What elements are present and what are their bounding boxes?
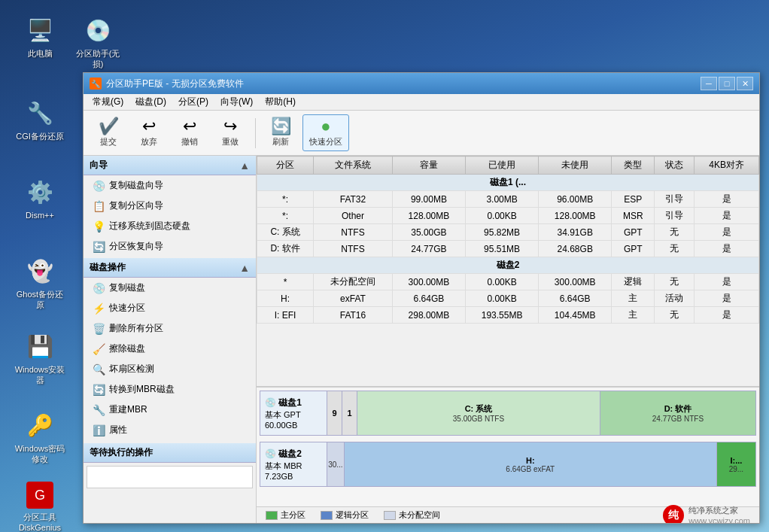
sidebar-item-properties[interactable]: ℹ️ 属性 — [84, 420, 256, 440]
disk2-info[interactable]: 💿 磁盘2 基本 MBR 7.23GB — [260, 442, 327, 487]
menu-item-help[interactable]: 帮助(H) — [259, 94, 302, 110]
table-row[interactable]: * 未分配空间 300.00MB 0.00KB 300.00MB 逻辑 无 是 — [257, 274, 759, 290]
sidebar-item-copy-partition[interactable]: 📋 复制分区向导 — [84, 196, 256, 216]
free-cell: 300.00MB — [539, 274, 612, 290]
sidebar-item-convert-mbr[interactable]: 🔄 转换到MBR磁盘 — [84, 379, 256, 400]
redo-button[interactable]: ↪ 重做 — [211, 114, 249, 151]
menu-item-wizard[interactable]: 向导(W) — [214, 94, 259, 110]
table-row[interactable]: I: EFI FAT16 298.00MB 193.55MB 104.45MB … — [257, 307, 759, 324]
maximize-button[interactable]: □ — [719, 77, 735, 90]
legend-primary-color — [266, 511, 278, 520]
disk1-seg-msr[interactable]: 1 — [342, 391, 357, 435]
legend-bar: 主分区 逻辑分区 未分配空间 纯 纯净系统之家 www.ycwjzy.com — [257, 506, 759, 523]
disk1-seg-system[interactable]: C: 系统 35.00GB NTFS — [357, 391, 600, 435]
disk1-info[interactable]: 💿 磁盘1 基本 GPT 60.00GB — [260, 391, 327, 436]
menu-item-partition[interactable]: 分区(P) — [172, 94, 214, 110]
align-cell: 是 — [695, 191, 759, 208]
disk-vis-area: 💿 磁盘1 基本 GPT 60.00GB 9 1 — [257, 386, 759, 506]
my-computer-icon: 🖥️ — [25, 15, 55, 45]
col-partition: 分区 — [257, 157, 314, 175]
disk1-seg-esp[interactable]: 9 — [327, 391, 342, 435]
undo-button[interactable]: ↩ 撤销 — [171, 114, 208, 151]
legend-unalloc-color — [384, 511, 396, 520]
copy-partition-icon: 📋 — [93, 200, 105, 212]
free-cell: 6.64GB — [539, 290, 612, 307]
disk1-seg-software[interactable]: D: 软件 24.77GB NTFS — [600, 391, 755, 435]
minimize-button[interactable]: ─ — [701, 77, 717, 90]
type-cell: 主 — [612, 290, 655, 307]
align-cell: 是 — [695, 307, 759, 324]
partition-cell: D: 软件 — [257, 241, 314, 257]
sidebar-item-copy-disk[interactable]: 💿 复制磁盘向导 — [84, 175, 256, 196]
table-row[interactable]: *: FAT32 99.00MB 3.00MB 96.00MB ESP 引导 是 — [257, 191, 759, 208]
partition-cell: I: EFI — [257, 307, 314, 324]
menu-item-general[interactable]: 常规(G) — [87, 94, 129, 110]
legend-unalloc-label: 未分配空间 — [399, 509, 440, 521]
table-row[interactable]: *: Other 128.00MB 0.00KB 128.00MB MSR 引导… — [257, 208, 759, 224]
disk2-seg-i[interactable]: I:... 29... — [717, 442, 755, 486]
desktop-icon-windows-installer[interactable]: 💾 Windows安装器 — [14, 331, 66, 386]
used-cell: 0.00KB — [466, 290, 539, 307]
migrate-ssd-icon: 💡 — [93, 220, 105, 233]
dism-label: Dism++ — [26, 210, 54, 220]
restore-partition-icon: 🔄 — [93, 241, 105, 253]
desktop-icon-ghost[interactable]: 👻 Ghost备份还原 — [14, 256, 66, 311]
sidebar-item-delete-all[interactable]: 🗑️ 删除所有分区 — [84, 318, 256, 339]
wizard-section-header: 向导 ▲ — [84, 156, 256, 175]
sidebar-item-bad-sector[interactable]: 🔍 坏扇区检测 — [84, 359, 256, 379]
disk-ops-section-header: 磁盘操作 ▲ — [84, 258, 256, 278]
fs-cell: 未分配空间 — [314, 274, 393, 290]
sidebar-item-migrate-ssd[interactable]: 💡 迁移系统到固态硬盘 — [84, 216, 256, 236]
desktop-icon-my-computer[interactable]: 🖥️ 此电脑 — [14, 15, 66, 59]
disk2-seg-h[interactable]: H: 6.64GB exFAT — [345, 442, 717, 486]
status-cell: 无 — [655, 224, 695, 241]
close-button[interactable]: ✕ — [737, 77, 753, 90]
sidebar-item-restore-partition[interactable]: 🔄 分区恢复向导 — [84, 236, 256, 257]
sidebar-item-rebuild-mbr[interactable]: 🔧 重建MBR — [84, 400, 256, 420]
menu-item-disk[interactable]: 磁盘(D) — [129, 94, 172, 110]
disk2-type: 基本 MBR — [265, 461, 322, 472]
main-panel: 分区 文件系统 容量 已使用 未使用 类型 状态 4KB对齐 — [257, 156, 759, 523]
wizard-collapse-btn[interactable]: ▲ — [239, 160, 250, 172]
discard-button[interactable]: ↩ 放弃 — [130, 114, 168, 151]
watermark-logo: 纯 纯净系统之家 www.ycwjzy.com — [663, 505, 750, 524]
partition-table: 分区 文件系统 容量 已使用 未使用 类型 状态 4KB对齐 — [257, 156, 759, 324]
sidebar-item-wipe-disk[interactable]: 🧹 擦除磁盘 — [84, 339, 256, 359]
table-row[interactable]: C: 系统 NTFS 35.00GB 95.82MB 34.91GB GPT 无… — [257, 224, 759, 241]
bad-sector-icon: 🔍 — [93, 363, 105, 375]
sidebar-item-quick-partition-op[interactable]: ⚡ 快速分区 — [84, 298, 256, 318]
quick-partition-button[interactable]: ● 快速分区 — [302, 114, 349, 151]
windows-pw-label: Windows密码修改 — [14, 443, 66, 465]
copy-disk-label: 复制磁盘向导 — [109, 179, 163, 192]
sidebar-item-copy-disk-op[interactable]: 💿 复制磁盘 — [84, 278, 256, 298]
desktop-icon-diskgenius[interactable]: G 分区工具DiskGenius — [14, 482, 66, 532]
col-capacity: 容量 — [392, 157, 465, 175]
type-cell: ESP — [612, 191, 655, 208]
window-title: 分区助手PE版 - 无损分区免费软件 — [106, 78, 696, 90]
discard-label: 放弃 — [141, 136, 157, 147]
submit-button[interactable]: ✔️ 提交 — [90, 114, 127, 151]
type-cell: GPT — [612, 241, 655, 257]
disk-ops-section-title: 磁盘操作 — [90, 261, 126, 274]
disk-ops-collapse-btn[interactable]: ▲ — [239, 262, 250, 274]
copy-disk-op-icon: 💿 — [93, 282, 105, 294]
disk1-name: 💿 磁盘1 — [265, 397, 322, 409]
desktop-icon-cgi[interactable]: 🔧 CGI备份还原 — [14, 98, 66, 141]
disk1-type: 基本 GPT — [265, 409, 322, 421]
title-bar: 🔧 分区助手PE版 - 无损分区免费软件 ─ □ ✕ — [84, 73, 759, 94]
desktop-icon-dism[interactable]: ⚙️ Dism++ — [14, 177, 66, 220]
table-row[interactable]: H: exFAT 6.64GB 0.00KB 6.64GB 主 活动 是 — [257, 290, 759, 307]
col-free: 未使用 — [539, 157, 612, 175]
desktop-icon-windows-pw[interactable]: 🔑 Windows密码修改 — [14, 410, 66, 465]
ghost-label: Ghost备份还原 — [14, 289, 66, 311]
diskgenius-label: 分区工具DiskGenius — [19, 512, 61, 532]
capacity-cell: 128.00MB — [392, 208, 465, 224]
refresh-button[interactable]: 🔄 刷新 — [262, 114, 299, 151]
used-cell: 0.00KB — [466, 208, 539, 224]
esp-label: 9 — [332, 409, 336, 418]
desktop-icon-partition-tool[interactable]: 💿 分区助手(无损) — [71, 15, 124, 70]
capacity-cell: 24.77GB — [392, 241, 465, 257]
properties-icon: ℹ️ — [93, 424, 105, 436]
table-row[interactable]: D: 软件 NTFS 24.77GB 95.51MB 24.68GB GPT 无… — [257, 241, 759, 257]
disk2-seg-unalloc[interactable]: 30... — [327, 442, 345, 486]
